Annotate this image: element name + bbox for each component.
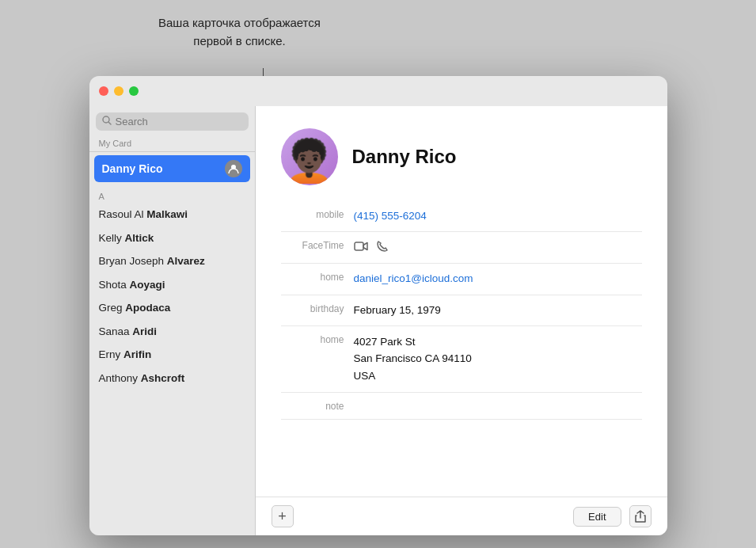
contact-list: A Rasoul Al Malkawi Kelly Altick Bryan J… (89, 185, 255, 535)
list-item[interactable]: Bryan Joseph Alvarez (89, 249, 255, 273)
field-value-mobile[interactable]: (415) 555-6204 (354, 208, 427, 224)
list-item[interactable]: Sanaa Aridi (89, 320, 255, 344)
field-value-address[interactable]: 4027 Park StSan Francisco CA 94110USA (354, 333, 472, 385)
field-row-note: note (281, 393, 642, 420)
close-button[interactable] (99, 86, 108, 96)
search-input[interactable] (116, 116, 242, 127)
field-label-birthday: birthday (281, 303, 344, 314)
contact-header: 🧑🏿‍🦱 Danny Rico (256, 106, 667, 201)
minimize-button[interactable] (114, 86, 123, 96)
sidebar: My Card Danny Rico A Rasoul Al Malkawi (89, 106, 256, 535)
app-window: My Card Danny Rico A Rasoul Al Malkawi (89, 76, 667, 535)
field-row-birthday: birthday February 15, 1979 (281, 295, 642, 326)
field-label-facetime: FaceTime (281, 239, 344, 251)
list-item[interactable]: Greg Apodaca (89, 296, 255, 320)
field-row-email: home daniel_rico1@icloud.com (281, 264, 642, 295)
field-label-email: home (281, 271, 344, 283)
right-buttons: Edit (573, 505, 651, 527)
selected-contact-item[interactable]: Danny Rico (94, 155, 250, 182)
tooltip-line1: Ваша карточка отображается (158, 14, 321, 32)
list-item[interactable]: Kelly Altick (89, 226, 255, 250)
edit-button[interactable]: Edit (573, 507, 621, 527)
fields-section: mobile (415) 555-6204 FaceTime (256, 201, 667, 497)
section-letter: A (89, 187, 255, 203)
field-value-email[interactable]: daniel_rico1@icloud.com (354, 271, 473, 287)
field-row-facetime: FaceTime (281, 232, 642, 264)
person-icon (225, 160, 242, 177)
facetime-phone-icon[interactable] (376, 240, 389, 256)
tooltip-text: Ваша карточка отображается первой в спис… (158, 14, 321, 50)
avatar: 🧑🏿‍🦱 (281, 128, 338, 185)
contact-full-name: Danny Rico (352, 146, 457, 168)
svg-rect-3 (355, 242, 363, 250)
selected-contact-name: Danny Rico (102, 162, 163, 175)
bottom-toolbar: + Edit (256, 497, 667, 535)
list-item[interactable]: Erny Arifin (89, 343, 255, 367)
field-row-address: home 4027 Park StSan Francisco CA 94110U… (281, 326, 642, 393)
search-bar (96, 112, 249, 131)
maximize-button[interactable] (129, 86, 139, 96)
share-button[interactable] (629, 505, 652, 527)
main-content: My Card Danny Rico A Rasoul Al Malkawi (89, 106, 667, 535)
field-value-birthday: February 15, 1979 (354, 303, 441, 318)
add-contact-button[interactable]: + (272, 505, 294, 527)
field-label-address: home (281, 333, 344, 345)
detail-panel: 🧑🏿‍🦱 Danny Rico mobile (415) 555-6204 Fa… (256, 106, 667, 535)
field-label-note: note (281, 400, 344, 412)
my-card-label: My Card (89, 135, 255, 152)
title-bar (89, 76, 667, 106)
traffic-lights (99, 86, 139, 96)
list-item[interactable]: Shota Aoyagi (89, 273, 255, 297)
tooltip-line2: первой в списке. (158, 32, 321, 51)
field-label-mobile: mobile (281, 208, 344, 220)
facetime-icons (354, 239, 389, 256)
search-icon (102, 116, 112, 127)
list-item[interactable]: Rasoul Al Malkawi (89, 203, 255, 226)
list-item[interactable]: Anthony Ashcroft (89, 367, 255, 390)
facetime-video-icon[interactable] (354, 241, 368, 255)
svg-line-1 (108, 122, 111, 124)
field-row-mobile: mobile (415) 555-6204 (281, 201, 642, 232)
